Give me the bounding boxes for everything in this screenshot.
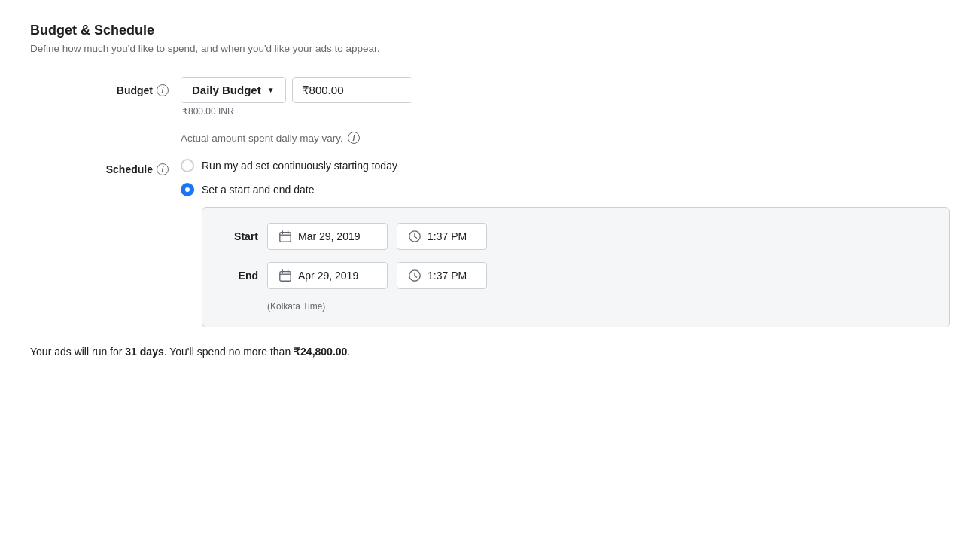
page-subtitle: Define how much you'd like to spend, and…: [30, 43, 950, 54]
start-date-row: Start Mar 29, 2019: [221, 223, 931, 250]
budget-amount-input[interactable]: [292, 77, 412, 103]
svg-rect-0: [280, 233, 291, 242]
radio-continuous-label: Run my ad set continuously starting toda…: [202, 160, 397, 172]
budget-inputs: Daily Budget ▼: [181, 77, 950, 103]
budget-type-dropdown[interactable]: Daily Budget ▼: [181, 77, 286, 103]
summary-prefix: Your ads will run for: [30, 346, 125, 358]
svg-rect-7: [280, 272, 291, 282]
schedule-controls: Run my ad set continuously starting toda…: [181, 159, 950, 327]
clock-icon-end: [408, 269, 422, 282]
schedule-option-continuous[interactable]: Run my ad set continuously starting toda…: [181, 159, 950, 172]
start-time-value: 1:37 PM: [428, 230, 467, 242]
summary-middle: . You'll spend no more than: [164, 346, 294, 358]
vary-info-icon[interactable]: i: [348, 132, 360, 144]
dropdown-arrow-icon: ▼: [267, 86, 275, 94]
end-date-button[interactable]: Apr 29, 2019: [267, 262, 388, 289]
end-time-button[interactable]: 1:37 PM: [397, 262, 487, 289]
radio-continuous[interactable]: [181, 159, 194, 172]
svg-line-6: [415, 236, 417, 238]
budget-type-label: Daily Budget: [192, 84, 261, 96]
budget-label: Budget: [117, 84, 153, 96]
page-title: Budget & Schedule: [30, 23, 950, 38]
end-date-row: End Apr 29, 2019 1: [221, 262, 931, 289]
summary-days: 31 days: [125, 346, 163, 358]
schedule-option-date-range[interactable]: Set a start and end date: [181, 183, 950, 196]
end-date-value: Apr 29, 2019: [298, 269, 358, 282]
budget-controls: Daily Budget ▼ ₹800.00 INR: [181, 77, 950, 117]
schedule-label: Schedule: [106, 163, 153, 175]
calendar-icon-start: [278, 230, 292, 243]
calendar-icon-end: [278, 269, 292, 282]
summary-suffix: .: [347, 346, 350, 358]
budget-info-icon[interactable]: i: [157, 84, 169, 96]
start-date-value: Mar 29, 2019: [298, 230, 361, 242]
vary-note-text: Actual amount spent daily may vary.: [181, 132, 343, 144]
clock-icon-start: [408, 230, 422, 243]
end-time-value: 1:37 PM: [428, 269, 467, 282]
schedule-date-box: Start Mar 29, 2019: [202, 207, 950, 327]
amount-note: ₹800.00 INR: [182, 106, 950, 117]
start-date-button[interactable]: Mar 29, 2019: [267, 223, 388, 250]
summary-text: Your ads will run for 31 days. You'll sp…: [30, 346, 950, 358]
schedule-row: Schedule i Run my ad set continuously st…: [30, 159, 950, 327]
vary-note-row: Actual amount spent daily may vary. i: [181, 132, 950, 144]
budget-row: Budget i Daily Budget ▼ ₹800.00 INR: [30, 77, 950, 117]
summary-amount: ₹24,800.00: [294, 346, 347, 358]
timezone-note: (Kolkata Time): [267, 301, 931, 312]
start-label: Start: [221, 230, 258, 242]
radio-date-range[interactable]: [181, 183, 194, 196]
svg-line-13: [415, 276, 417, 277]
schedule-info-icon[interactable]: i: [157, 163, 169, 175]
radio-date-range-label: Set a start and end date: [202, 184, 314, 196]
end-label: End: [221, 269, 258, 282]
start-time-button[interactable]: 1:37 PM: [397, 223, 487, 250]
